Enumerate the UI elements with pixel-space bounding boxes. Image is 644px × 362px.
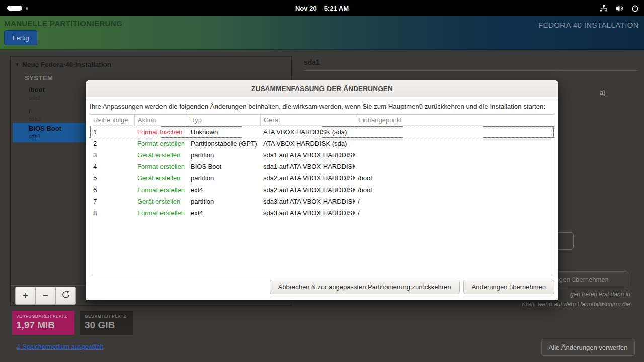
cell-action: Format erstellen <box>134 138 188 149</box>
product-label: FEDORA 40 INSTALLATION <box>538 21 639 29</box>
volume-icon[interactable] <box>615 5 624 12</box>
available-space-value: 1,97 MiB <box>16 320 70 331</box>
cell-type: partition <box>188 196 260 207</box>
section-label-system: SYSTEM <box>25 74 53 82</box>
cell-action: Format löschen <box>134 126 188 138</box>
dialog-action-area: Abbrechen & zur angepassten Partitionier… <box>270 280 554 294</box>
cell-mountpoint: /boot <box>355 172 554 184</box>
cell-type: partition <box>188 172 260 184</box>
table-row[interactable]: 5Gerät erstellenpartitionsda2 auf ATA VB… <box>90 172 554 184</box>
column-header: Aktion <box>134 115 188 126</box>
cell-device: sda2 auf ATA VBOX HARDDISK <box>260 172 355 184</box>
cell-order: 7 <box>90 196 134 207</box>
table-row[interactable]: 7Gerät erstellenpartitionsda3 auf ATA VB… <box>90 196 554 207</box>
cell-order: 4 <box>90 161 134 172</box>
clipped-device-text: a) <box>600 88 606 96</box>
remove-partition-button[interactable]: − <box>35 287 56 305</box>
cell-mountpoint: / <box>355 207 554 219</box>
changes-table-body: 1Format löschenUnknownATA VBOX HARDDISK … <box>90 126 554 219</box>
cell-mountpoint <box>355 161 554 172</box>
page-title: MANUELLE PARTITIONIERUNG <box>4 19 122 28</box>
cell-type: partition <box>188 149 260 161</box>
dialog-title: ZUSAMMENFASSUNG DER ÄNDERUNGEN <box>251 85 393 93</box>
column-header: Einhängepunkt <box>355 115 554 126</box>
cell-type: ext4 <box>188 207 260 219</box>
cell-action: Gerät erstellen <box>134 149 188 161</box>
cell-type: BIOS Boot <box>188 161 260 172</box>
dialog-titlebar[interactable]: ZUSAMMENFASSUNG DER ÄNDERUNGEN <box>86 80 558 97</box>
cell-type: ext4 <box>188 184 260 196</box>
refresh-icon <box>62 290 70 301</box>
table-row[interactable]: 8Format erstellenext4sda3 auf ATA VBOX H… <box>90 207 554 219</box>
total-space-value: 30 GiB <box>85 320 129 331</box>
gnome-top-bar: Nov 20 5:21 AM <box>0 0 644 16</box>
cell-device: sda2 auf ATA VBOX HARDDISK <box>260 184 355 196</box>
column-header: Reihenfolge <box>90 115 134 126</box>
cell-action: Format erstellen <box>134 161 188 172</box>
cell-mountpoint <box>355 126 554 138</box>
cell-mountpoint: /boot <box>355 184 554 196</box>
done-button[interactable]: Fertig <box>4 30 37 45</box>
cell-device: ATA VBOX HARDDISK (sda) <box>260 138 355 149</box>
total-space-box: GESAMTER PLATZ 30 GiB <box>80 311 133 335</box>
cell-mountpoint: / <box>355 196 554 207</box>
clock[interactable]: Nov 20 5:21 AM <box>0 0 644 16</box>
cell-action: Gerät erstellen <box>134 172 188 184</box>
accept-changes-button[interactable]: Änderungen übernehmen <box>463 280 554 294</box>
table-row[interactable]: 2Format erstellenPartitionstabelle (GPT)… <box>90 138 554 149</box>
cell-order: 2 <box>90 138 134 149</box>
summary-of-changes-dialog: ZUSAMMENFASSUNG DER ÄNDERUNGEN Ihre Anpa… <box>86 80 558 300</box>
available-space-label: VERFÜGBARER PLATZ <box>16 314 70 319</box>
dialog-description: Ihre Anpassungen werden die folgenden Än… <box>90 103 554 110</box>
accordion-root-label: Neue Fedora-40-Installation <box>22 61 111 68</box>
network-icon[interactable] <box>600 5 608 12</box>
table-row[interactable]: 3Gerät erstellenpartitionsda1 auf ATA VB… <box>90 149 554 161</box>
settings-note-line2: Kraft, wenn auf dem Hauptbildschirm die <box>522 301 630 308</box>
cell-device: sda3 auf ATA VBOX HARDDISK <box>260 207 355 219</box>
cell-action: Gerät erstellen <box>134 196 188 207</box>
cell-device: ATA VBOX HARDDISK (sda) <box>260 126 355 138</box>
cancel-return-button[interactable]: Abbrechen & zur angepassten Partitionier… <box>270 280 460 294</box>
clock-date: Nov 20 <box>295 5 317 12</box>
changes-table: ReihenfolgeAktionTypGerätEinhängepunkt 1… <box>90 114 554 277</box>
cell-action: Format erstellen <box>134 207 188 219</box>
settings-note-line1: gen treten erst dann in <box>570 291 630 298</box>
column-header: Gerät <box>260 115 355 126</box>
cell-action: Format erstellen <box>134 184 188 196</box>
cell-mountpoint <box>355 138 554 149</box>
total-space-label: GESAMTER PLATZ <box>85 314 129 319</box>
cell-device: sda1 auf ATA VBOX HARDDISK <box>260 161 355 172</box>
reload-button[interactable] <box>55 287 76 305</box>
cell-mountpoint <box>355 149 554 161</box>
cell-order: 6 <box>90 184 134 196</box>
changes-table-header: ReihenfolgeAktionTypGerätEinhängepunkt <box>90 115 554 126</box>
table-row[interactable]: 4Format erstellenBIOS Bootsda1 auf ATA V… <box>90 161 554 172</box>
installer-screen: Nov 20 5:21 AM <box>0 0 644 362</box>
cell-type: Unknown <box>188 126 260 138</box>
column-header: Typ <box>188 115 260 126</box>
cell-order: 1 <box>90 126 134 138</box>
available-space-box: VERFÜGBARER PLATZ 1,97 MiB <box>12 311 74 335</box>
discard-all-changes-button[interactable]: Alle Änderungen verwerfen <box>541 339 635 356</box>
cell-order: 8 <box>90 207 134 219</box>
expander-triangle-icon: ▼ <box>15 62 20 67</box>
accordion-root[interactable]: ▼ Neue Fedora-40-Installation <box>15 61 111 68</box>
device-title: sda1 <box>304 58 320 66</box>
clock-time: 5:21 AM <box>324 5 349 12</box>
cell-device: sda1 auf ATA VBOX HARDDISK <box>260 149 355 161</box>
table-row[interactable]: 6Format erstellenext4sda2 auf ATA VBOX H… <box>90 184 554 196</box>
system-tray[interactable] <box>600 0 639 16</box>
cell-type: Partitionstabelle (GPT) <box>188 138 260 149</box>
power-icon[interactable] <box>631 5 639 12</box>
table-row[interactable]: 1Format löschenUnknownATA VBOX HARDDISK … <box>90 126 554 138</box>
add-partition-button[interactable]: + <box>15 287 36 305</box>
selected-disks-link[interactable]: 1 Speichermedium ausgewählt <box>17 343 103 350</box>
installer-header: MANUELLE PARTITIONIERUNG FEDORA 40 INSTA… <box>0 16 644 50</box>
device-title-divider <box>304 70 638 71</box>
cell-device: sda3 auf ATA VBOX HARDDISK <box>260 196 355 207</box>
cell-order: 3 <box>90 149 134 161</box>
cell-order: 5 <box>90 172 134 184</box>
